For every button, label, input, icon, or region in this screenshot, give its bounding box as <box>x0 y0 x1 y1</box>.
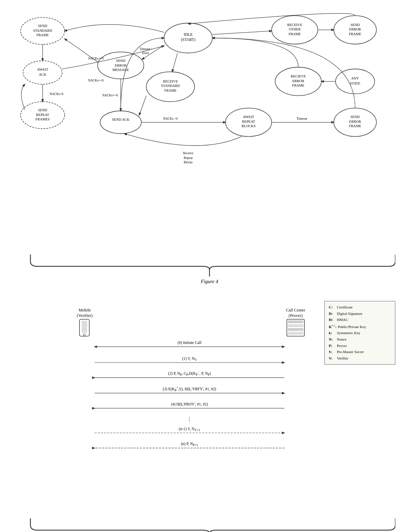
svg-text:FRAME: FRAME <box>289 32 301 36</box>
svg-text:(3) E(KP+,S), H(k,'VRFY', #1, : (3) E(KP+,S), H(k,'VRFY', #1, #2) <box>163 386 216 392</box>
legend-desc-ksmall: Symmetric Key <box>337 330 360 336</box>
legend-row-h: H: HMAC <box>329 317 391 323</box>
svg-text:FRAME: FRAME <box>349 124 361 128</box>
legend-box: C: Certificate D: Digital Signature H: H… <box>324 301 395 365</box>
legend-desc-kplusminus: Public/Private Key <box>338 324 366 330</box>
svg-text:Blocks: Blocks <box>184 161 193 164</box>
svg-point-14 <box>98 52 144 79</box>
svg-text:ERROR: ERROR <box>115 64 127 67</box>
svg-text:(Verifier): (Verifier) <box>77 313 93 318</box>
svg-text:RECEIVE: RECEIVE <box>287 23 302 27</box>
legend-row-v: V: Verifier <box>329 355 391 362</box>
svg-point-36 <box>275 67 321 96</box>
svg-rect-81 <box>288 328 303 331</box>
svg-text:(n-1) V, NV+1: (n-1) V, NV+1 <box>179 427 200 432</box>
svg-line-63 <box>65 39 98 62</box>
svg-text:(4) H(k,'PROV', #1, #2): (4) H(k,'PROV', #1, #2) <box>171 402 208 407</box>
legend-key-p: P: <box>329 343 336 349</box>
legend-desc-c: Certificate <box>337 304 352 310</box>
svg-text:SEND: SEND <box>38 108 47 112</box>
svg-line-50 <box>172 53 178 72</box>
svg-text:(1) V, NV: (1) V, NV <box>182 356 197 362</box>
svg-text:(START): (START) <box>181 38 196 42</box>
svg-point-3 <box>21 18 65 45</box>
svg-text:(2) P, NP, CP,D(KP−, P, NP): (2) P, NP, CP,D(KP−, P, NP) <box>168 370 211 376</box>
svg-text:OTHER: OTHER <box>289 27 301 31</box>
svg-text:ERROR: ERROR <box>292 79 304 83</box>
svg-text:FRAME: FRAME <box>164 89 176 92</box>
svg-text:Receive: Receive <box>183 152 193 155</box>
svg-text:Timeout: Timeout <box>296 117 307 120</box>
svg-text:AWAIT: AWAIT <box>243 115 254 119</box>
legend-row-n: N: Nonce <box>329 336 391 343</box>
svg-text:ERROR: ERROR <box>349 27 361 31</box>
svg-rect-73 <box>79 319 89 336</box>
legend-desc-h: HMAC <box>337 317 348 323</box>
svg-text:Call Center: Call Center <box>286 308 305 313</box>
legend-key-v: V: <box>329 355 336 362</box>
sequence-diagram: C: Certificate D: Digital Signature H: H… <box>24 301 395 477</box>
figure5-brace-section: Figure 5 <box>0 514 419 532</box>
svg-text:BLOCKS: BLOCKS <box>242 124 256 128</box>
legend-key-s: S: <box>329 349 336 355</box>
svg-text:REPEAT: REPEAT <box>242 120 255 123</box>
svg-point-10 <box>21 102 65 129</box>
svg-rect-78 <box>287 319 304 336</box>
svg-point-7 <box>23 61 62 84</box>
svg-rect-79 <box>288 320 303 323</box>
legend-key-d: D: <box>329 310 336 317</box>
svg-text:NACKs>0: NACKs>0 <box>50 92 64 96</box>
svg-text:Error: Error <box>142 51 149 55</box>
svg-text:STATE: STATE <box>350 82 361 85</box>
legend-key-c: C: <box>329 304 336 310</box>
figure4-area: IDLE (START) SEND STANDARD FRAME AWAIT A… <box>0 0 419 250</box>
svg-text:IDLE: IDLE <box>184 32 193 37</box>
svg-text:SEND ACK: SEND ACK <box>112 118 129 121</box>
legend-key-n: N: <box>329 336 336 343</box>
legend-key-kplusminus: K+,-: <box>329 323 337 330</box>
svg-line-51 <box>139 96 146 115</box>
svg-point-32 <box>334 16 376 44</box>
figure5-area: C: Certificate D: Digital Signature H: H… <box>0 294 419 514</box>
svg-text:SEND: SEND <box>350 23 360 27</box>
svg-text:FRAME: FRAME <box>36 33 49 37</box>
figure4-label: Figure 4 <box>201 279 218 284</box>
svg-text:REPEAT: REPEAT <box>36 113 49 117</box>
svg-point-28 <box>272 16 318 44</box>
svg-line-47 <box>212 31 271 34</box>
legend-desc-v: Verifier <box>337 355 348 362</box>
legend-desc-d: Digital Signature <box>337 310 362 317</box>
svg-text:Mobile: Mobile <box>79 308 91 313</box>
svg-text:NACKs==0: NACKs==0 <box>102 94 118 97</box>
svg-point-22 <box>100 111 141 134</box>
svg-text:(0) Initiate Call: (0) Initiate Call <box>177 341 201 345</box>
svg-text:SEND: SEND <box>116 59 126 63</box>
svg-text:NACKs==0: NACKs==0 <box>88 79 104 82</box>
legend-key-ksmall: k: <box>329 330 336 336</box>
svg-text:FRAME: FRAME <box>349 32 361 36</box>
svg-text:STANDARD: STANDARD <box>33 29 52 32</box>
svg-text:ACK: ACK <box>39 73 47 76</box>
svg-point-43 <box>334 108 376 136</box>
svg-text:AWAIT: AWAIT <box>37 68 49 71</box>
figure4-brace-section: Figure 4 <box>0 250 419 291</box>
legend-row-d: D: Digital Signature <box>329 310 391 317</box>
svg-text:STANDARD: STANDARD <box>161 84 180 88</box>
svg-text:(Prover): (Prover) <box>289 313 303 318</box>
svg-text:ANY: ANY <box>351 76 359 80</box>
svg-point-18 <box>146 72 195 101</box>
legend-row-k: K+,-: Public/Private Key <box>329 323 391 330</box>
legend-key-h: H: <box>329 317 336 323</box>
svg-text:RECEIVE: RECEIVE <box>163 79 178 83</box>
svg-point-0 <box>164 23 212 53</box>
legend-row-s: S: Pre-Master Secret <box>329 349 391 355</box>
svg-rect-74 <box>81 321 87 332</box>
svg-text:NACKs==0: NACKs==0 <box>88 57 104 60</box>
legend-desc-p: Prover <box>337 343 347 349</box>
svg-text:SEND: SEND <box>38 24 47 28</box>
svg-text:RECIEVE: RECIEVE <box>291 74 306 78</box>
svg-text:(n) P, NP+1: (n) P, NP+1 <box>181 442 198 447</box>
legend-row-ksmall: k: Symmetric Key <box>329 330 391 336</box>
state-machine-diagram: IDLE (START) SEND STANDARD FRAME AWAIT A… <box>7 7 412 216</box>
svg-point-75 <box>83 334 85 336</box>
